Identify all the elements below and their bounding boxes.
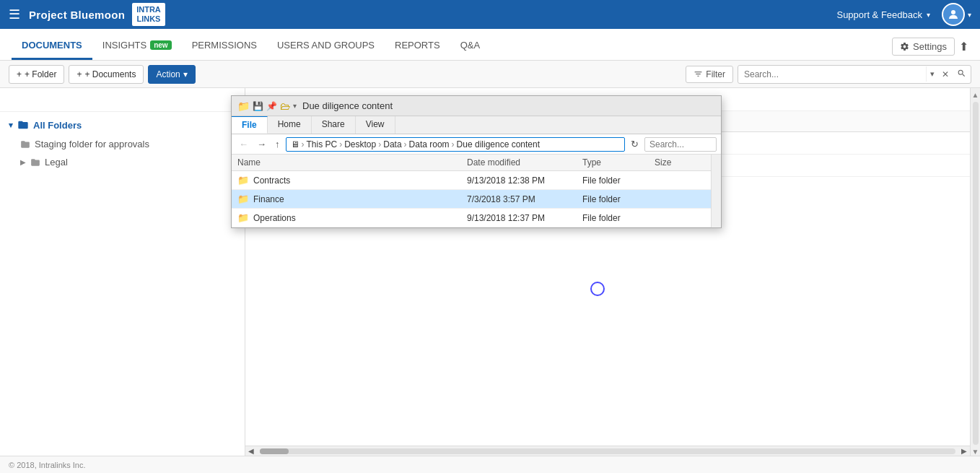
staging-folder-label: Staging folder for approvals: [35, 139, 149, 149]
main-content: « ▾ All Folders Staging folder for appro…: [0, 88, 980, 456]
fe-pin-icon[interactable]: 📌: [266, 101, 277, 111]
support-feedback-button[interactable]: Support & Feedback ▾: [836, 9, 930, 20]
tab-insights[interactable]: INSIGHTS new: [92, 32, 182, 60]
file-explorer-window: 📁 💾 📌 🗁 ▾ Due diligence content File Hom…: [231, 95, 722, 228]
fe-ribbon: File Home Share View: [232, 116, 721, 134]
fe-row-name: 📁 Operations: [237, 212, 467, 223]
fe-finance-folder-icon: 📁: [237, 194, 249, 204]
footer: © 2018, Intralinks Inc.: [0, 456, 980, 473]
settings-button[interactable]: Settings: [892, 38, 955, 56]
search-clear-icon[interactable]: ✕: [938, 66, 953, 82]
breadcrumb-this-pc[interactable]: This PC: [307, 139, 338, 149]
fe-row-contracts[interactable]: 📁 Contracts 9/13/2018 12:38 PM File fold…: [232, 171, 711, 190]
breadcrumb-data[interactable]: Data: [383, 139, 401, 149]
fe-save-icon[interactable]: 💾: [253, 101, 263, 111]
fe-tab-home[interactable]: Home: [268, 116, 312, 134]
legal-folder-icon: [30, 157, 40, 168]
fe-this-pc-icon: 🖥: [291, 139, 299, 149]
vertical-scrollbar[interactable]: ▲ ▼: [970, 88, 980, 456]
fe-search-input[interactable]: [644, 137, 717, 152]
horizontal-scrollbar[interactable]: ◀ ▶: [245, 446, 970, 456]
fe-row-name: 📁 Finance: [237, 194, 467, 204]
svg-point-0: [951, 10, 955, 14]
fe-vertical-scrollbar[interactable]: [711, 155, 721, 227]
folder-tree: ▾ All Folders Staging folder for approva…: [0, 112, 245, 456]
add-folder-button[interactable]: + + Folder: [9, 65, 64, 84]
tree-expand-icon: ▾: [9, 121, 13, 130]
breadcrumb-diligence[interactable]: Due diligence content: [457, 139, 540, 149]
copyright-text: © 2018, Intralinks Inc.: [9, 461, 86, 469]
fe-table-header: Name Date modified Type Size: [232, 155, 711, 171]
scroll-track: [260, 448, 955, 454]
user-chevron-icon[interactable]: ▾: [968, 11, 971, 19]
add-documents-icon: +: [76, 69, 82, 79]
project-title: Project Bluemoon: [29, 9, 125, 21]
tab-permissions[interactable]: PERMISSIONS: [182, 32, 267, 60]
fe-addressbar: ← → ↑ 🖥 › This PC › Desktop › Data › Dat…: [232, 134, 721, 155]
tab-documents[interactable]: DOCUMENTS: [12, 32, 92, 60]
legal-folder-label: Legal: [45, 157, 68, 168]
fe-col-size: Size: [655, 157, 705, 168]
user-profile-button[interactable]: [942, 3, 965, 26]
fe-row-name: 📁 Contracts: [237, 175, 467, 186]
settings-label: Settings: [913, 41, 947, 52]
all-folders-label: All Folders: [33, 120, 82, 131]
fe-tab-share[interactable]: Share: [312, 116, 356, 134]
fe-folder-icon: 📁: [237, 100, 250, 112]
filter-label: Filter: [706, 69, 725, 79]
hamburger-menu-icon[interactable]: ☰: [9, 6, 20, 22]
add-documents-label: + Documents: [84, 69, 136, 79]
collapse-panel-button[interactable]: ⬆: [959, 40, 968, 53]
fe-forward-button[interactable]: →: [254, 137, 269, 151]
fe-breadcrumb[interactable]: 🖥 › This PC › Desktop › Data › Data room…: [286, 137, 626, 152]
file-explorer-titlebar: 📁 💾 📌 🗁 ▾ Due diligence content: [232, 96, 721, 116]
sidebar-item-staging[interactable]: Staging folder for approvals: [0, 135, 245, 153]
search-input[interactable]: [738, 66, 926, 82]
breadcrumb-desktop[interactable]: Desktop: [344, 139, 376, 149]
intralinks-logo: INTRA LINKS: [132, 3, 165, 26]
search-dropdown-icon[interactable]: ▾: [926, 66, 938, 82]
search-box: ▾ ✕: [738, 65, 971, 84]
action-button[interactable]: Action ▾: [148, 65, 195, 84]
fe-contracts-folder-icon: 📁: [237, 175, 249, 186]
fe-tab-file[interactable]: File: [232, 116, 268, 134]
filter-button[interactable]: Filter: [686, 66, 733, 83]
tab-reports[interactable]: REPORTS: [385, 32, 450, 60]
vertical-scroll-track: [973, 102, 979, 445]
fe-refresh-button[interactable]: ↻: [628, 137, 642, 151]
action-label: Action: [156, 69, 180, 79]
fe-tab-view[interactable]: View: [356, 116, 395, 134]
fe-row-operations[interactable]: 📁 Operations 9/13/2018 12:37 PM File fol…: [232, 209, 711, 227]
scroll-down-icon[interactable]: ▼: [972, 448, 979, 456]
toolbar: + + Folder + + Documents Action ▾ Filter…: [0, 61, 980, 88]
breadcrumb-dataroom[interactable]: Data room: [409, 139, 450, 149]
sidebar-item-legal[interactable]: ▶ Legal: [0, 153, 245, 171]
filter-icon: [694, 69, 703, 79]
fe-folder2-icon: 🗁: [280, 100, 290, 112]
top-navigation: ☰ Project Bluemoon INTRA LINKS Support &…: [0, 0, 980, 29]
staging-folder-icon: [20, 139, 30, 149]
scroll-right-icon[interactable]: ▶: [958, 447, 970, 455]
settings-icon: [900, 42, 909, 51]
fe-back-button: ←: [236, 137, 251, 151]
folder-icon: [17, 119, 29, 131]
fe-col-date: Date modified: [467, 157, 582, 168]
sidebar-item-all-folders[interactable]: ▾ All Folders: [0, 115, 245, 135]
tab-users-groups[interactable]: USERS AND GROUPS: [267, 32, 385, 60]
fe-content: Name Date modified Type Size 📁 Contracts…: [232, 155, 721, 227]
secondary-navigation: DOCUMENTS INSIGHTS new PERMISSIONS USERS…: [0, 29, 980, 61]
tab-qna[interactable]: Q&A: [450, 32, 490, 60]
fe-up-button[interactable]: ↑: [272, 137, 283, 151]
fe-col-type: Type: [582, 157, 655, 168]
fe-operations-folder-icon: 📁: [237, 212, 249, 223]
add-documents-button[interactable]: + + Documents: [69, 65, 144, 84]
scroll-left-icon[interactable]: ◀: [245, 447, 257, 455]
new-badge: new: [150, 40, 171, 50]
sidebar-header: «: [0, 88, 245, 112]
fe-row-finance[interactable]: 📁 Finance 7/3/2018 3:57 PM File folder: [232, 190, 711, 209]
sidebar: « ▾ All Folders Staging folder for appro…: [0, 88, 245, 456]
scroll-thumb[interactable]: [260, 448, 289, 454]
search-go-icon[interactable]: [953, 66, 971, 83]
scroll-up-icon[interactable]: ▲: [972, 91, 979, 99]
add-folder-icon: +: [17, 69, 22, 79]
